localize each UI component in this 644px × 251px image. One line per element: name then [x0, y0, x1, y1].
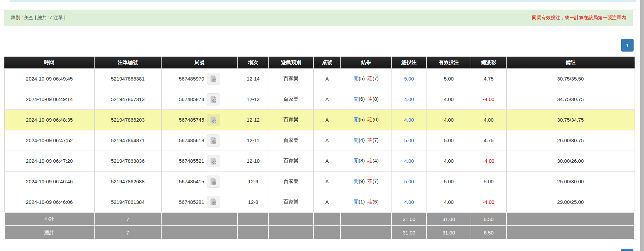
round-number: 567485874 — [179, 96, 204, 102]
video-replay-button[interactable] — [207, 134, 220, 147]
time-cell: 2024-10-09 06:48:35 — [4, 109, 94, 130]
player-result-value: (6) — [359, 96, 365, 102]
result-cell: 閒(6)莊(8) — [341, 89, 392, 109]
payout-value: 4.00 — [484, 117, 494, 123]
col-round-number: 局號 — [161, 57, 238, 68]
time-cell: 2024-10-09 06:49:14 — [4, 89, 94, 109]
player-result-value: (9) — [359, 178, 365, 184]
total-bet-link[interactable]: 4.00 — [404, 117, 414, 123]
subtotal-row: 小計 7 31.00 31.00 6.50 — [4, 212, 635, 226]
banker-result-value: (7) — [373, 75, 379, 81]
banker-result-value: (4) — [373, 158, 379, 163]
result-cell: 閒(5)莊(0) — [341, 109, 392, 130]
bet-number-cell: 521947867313 — [94, 89, 161, 109]
valid-bet-cell: 4.00 — [427, 192, 471, 212]
banker-result-label: 莊 — [368, 96, 373, 102]
time-cell: 2024-10-09 06:47:52 — [4, 130, 94, 151]
payout-value: 4.75 — [484, 76, 494, 82]
vertical-scrollbar[interactable] — [640, 0, 644, 251]
total-bet-link[interactable]: 4.00 — [404, 199, 414, 205]
player-result-label: 閒 — [353, 75, 359, 81]
video-replay-button[interactable] — [207, 93, 220, 105]
banker-result-label: 莊 — [368, 158, 373, 163]
total-bet-link[interactable]: 4.00 — [404, 158, 414, 164]
total-bet-cell: 4.00 — [392, 192, 427, 212]
video-replay-button[interactable] — [207, 196, 220, 208]
banker-result-label: 莊 — [368, 137, 373, 143]
total-bet-link[interactable]: 4.00 — [404, 96, 414, 102]
remark-cell: 26.00/30.75 — [506, 130, 635, 151]
video-replay-button[interactable] — [207, 114, 220, 126]
total-bet-link[interactable]: 5.00 — [404, 76, 414, 82]
subtotal-payout: 6.50 — [471, 212, 506, 226]
table-number-cell: A — [313, 68, 341, 89]
player-result-label: 閒 — [353, 178, 359, 184]
remark-cell: 30.75/34.75 — [506, 109, 635, 130]
round-cell: 567485415 — [161, 171, 238, 192]
payout-value: 4.75 — [484, 137, 494, 143]
banker-result-value: (0) — [373, 117, 379, 122]
banker-result-label: 莊 — [368, 199, 373, 205]
currency-summary-text: 幣別 : 美金 | 總共 :7 注單 | — [11, 15, 65, 21]
remark-cell: 34.75/30.75 — [506, 89, 635, 109]
total-bet-cell: 5.00 — [392, 171, 427, 192]
payout-cell: 5.00 — [471, 171, 506, 192]
session-cell: 12-13 — [238, 89, 269, 109]
result-cell: 閒(9)莊(7) — [341, 171, 392, 192]
page-button-1-bottom[interactable]: 1 — [621, 249, 633, 251]
total-bet-cell: 5.00 — [392, 130, 427, 151]
banker-result-value: (5) — [373, 199, 379, 205]
time-cell: 2024-10-09 06:47:20 — [4, 151, 94, 171]
film-file-icon — [210, 137, 217, 144]
result-cell: 閒(4)莊(7) — [341, 130, 392, 151]
total-valid-bet: 31.00 — [427, 226, 471, 239]
bet-records-table: 時間 注單編號 局號 場次 遊戲類別 桌號 結果 總投注 有效投注 總派彩 備註… — [4, 57, 635, 240]
film-file-icon — [210, 198, 217, 206]
total-payout: 6.50 — [471, 226, 506, 239]
subtotal-total-bet: 31.00 — [392, 212, 427, 226]
round-cell: 567485970 — [161, 68, 238, 89]
notice-annotation-text: 同局有效投注，統一計算在該局第一張注單內 — [532, 15, 626, 21]
col-remark: 備註 — [506, 57, 635, 68]
table-number-cell: A — [313, 151, 341, 171]
table-number-cell: A — [313, 89, 341, 109]
table-number-cell: A — [313, 192, 341, 212]
player-result-value: (4) — [359, 137, 365, 143]
col-time: 時間 — [4, 57, 94, 68]
bet-number-cell: 521947864871 — [94, 130, 161, 151]
player-result-value: (1) — [359, 199, 365, 205]
session-cell: 12-9 — [238, 171, 269, 192]
session-cell: 12-10 — [238, 151, 269, 171]
table-row: 2024-10-09 06:47:52 521947864871 5674856… — [4, 130, 635, 151]
result-cell: 閒(5)莊(7) — [341, 68, 392, 89]
round-cell: 567485281 — [161, 192, 238, 212]
banker-result-value: (7) — [373, 137, 379, 143]
table-row: 2024-10-09 06:48:35 521947866203 5674857… — [4, 109, 635, 130]
game-type-cell: 百家樂 — [269, 151, 313, 171]
page-button-1-top[interactable]: 1 — [621, 39, 634, 52]
table-header: 時間 注單編號 局號 場次 遊戲類別 桌號 結果 總投注 有效投注 總派彩 備註 — [4, 57, 635, 68]
video-replay-button[interactable] — [207, 176, 220, 188]
subtotal-count: 7 — [94, 212, 161, 226]
table-number-cell: A — [313, 171, 341, 192]
video-replay-button[interactable] — [207, 155, 220, 167]
payout-value: -4.00 — [483, 96, 494, 102]
video-replay-button[interactable] — [207, 73, 220, 85]
round-cell: 567485874 — [161, 89, 238, 109]
player-result-value: (5) — [359, 117, 365, 122]
table-row: 2024-10-09 06:47:20 521947863836 5674855… — [4, 151, 635, 171]
notice-bar: 幣別 : 美金 | 總共 :7 注單 | 同局有效投注，統一計算在該局第一張注單… — [4, 10, 633, 26]
col-valid-bet: 有效投注 — [427, 57, 471, 68]
total-bet-link[interactable]: 5.00 — [404, 137, 414, 143]
total-bet-link[interactable]: 5.00 — [404, 179, 414, 184]
table-row: 2024-10-09 06:49:45 521947868381 5674859… — [4, 68, 635, 89]
result-cell: 閒(1)莊(5) — [341, 192, 392, 212]
time-cell: 2024-10-09 06:46:46 — [4, 171, 94, 192]
table-footer: 小計 7 31.00 31.00 6.50 總計 7 31.00 31.00 6… — [4, 212, 635, 239]
payout-cell: 4.75 — [471, 68, 506, 89]
banker-result-label: 莊 — [368, 75, 373, 81]
total-count: 7 — [94, 226, 161, 239]
valid-bet-cell: 5.00 — [427, 68, 471, 89]
session-cell: 12-11 — [238, 130, 269, 151]
col-result: 結果 — [341, 57, 392, 68]
